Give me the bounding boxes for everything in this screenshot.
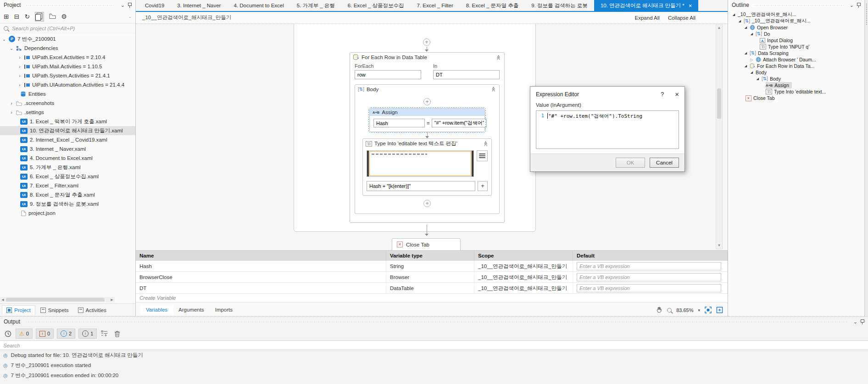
zoom-level[interactable]: 83.65% bbox=[676, 307, 693, 313]
add-activity-icon[interactable]: + bbox=[423, 200, 431, 207]
scroll-up-icon[interactable]: ▲ bbox=[716, 24, 722, 31]
toolbar-overflow-icon[interactable]: ⌄ bbox=[128, 14, 132, 19]
document-tab[interactable]: 7. Excel _ Filter bbox=[411, 0, 460, 11]
open-folder-icon[interactable] bbox=[49, 13, 56, 20]
menu-icon[interactable] bbox=[477, 150, 488, 161]
dependency-item[interactable]: › UiPath.Excel.Activities = 2.10.4 bbox=[0, 53, 135, 62]
add-activity-icon[interactable]: + bbox=[423, 38, 430, 46]
column-header-name[interactable]: Name bbox=[136, 251, 386, 261]
outline-item[interactable]: × Close Tab bbox=[746, 95, 778, 101]
collapse-icon[interactable]: ≫ bbox=[496, 55, 502, 60]
workflow-file-item[interactable]: Ui 9. 정보를 검색하는 로봇.xaml bbox=[0, 199, 135, 208]
canvas-vertical-scrollbar[interactable]: ▲ ▼ bbox=[716, 24, 723, 249]
scroll-down-icon[interactable]: ▼ bbox=[716, 242, 722, 249]
chevron-down-icon[interactable]: ▾ bbox=[698, 308, 700, 313]
foreach-row-activity[interactable]: For Each Row in Data Table ≫ ForEach In bbox=[350, 52, 505, 223]
column-header-type[interactable]: Variable type bbox=[386, 251, 474, 261]
assign-header[interactable]: A+B Assign bbox=[370, 109, 484, 116]
tab-activities[interactable]: Activities bbox=[74, 306, 111, 315]
dependency-item[interactable]: › UiPath.System.Activities = 21.4.1 bbox=[0, 71, 135, 80]
project-horizontal-scrollbar[interactable]: ◄ ► bbox=[0, 297, 115, 302]
assign-activity-selected[interactable]: A+B Assign = bbox=[369, 108, 485, 132]
tree-expanded-icon[interactable]: ◢ bbox=[744, 26, 748, 29]
chevron-down-icon[interactable]: ⌄ bbox=[9, 46, 14, 51]
entities-item[interactable]: Entities bbox=[0, 89, 135, 99]
tree-expanded-icon[interactable]: ◢ bbox=[756, 77, 760, 81]
type-into-activity[interactable]: TI Type Into 'editable text 텍스트 편집' ≫ bbox=[362, 138, 492, 196]
gear-icon[interactable]: ⚙ bbox=[61, 13, 67, 20]
pin-icon[interactable] bbox=[128, 2, 132, 8]
document-tab[interactable]: 4. Document to Excel bbox=[227, 0, 290, 11]
dependencies-item[interactable]: ⌄ Dependencies bbox=[0, 44, 135, 53]
chevron-right-icon[interactable]: › bbox=[17, 55, 22, 60]
tree-expanded-icon[interactable]: ◢ bbox=[750, 32, 754, 36]
variable-type-cell[interactable]: Browser bbox=[386, 272, 474, 283]
body-header[interactable]: ⇅ Body ≫ bbox=[355, 85, 499, 93]
refresh-icon[interactable]: ↻ bbox=[24, 13, 30, 20]
outline-item[interactable]: TI Type Into 'INPUT q' bbox=[760, 44, 812, 50]
chevron-right-icon[interactable]: › bbox=[17, 73, 22, 78]
scrollbar-thumb[interactable] bbox=[6, 298, 105, 302]
workflow-file-item[interactable]: Ui 6. Excel _ 상품정보수집.xaml bbox=[0, 172, 135, 181]
pin-icon[interactable] bbox=[857, 2, 861, 8]
variable-scope-cell[interactable]: _10__연관검색어로_해시태크_만들기 bbox=[474, 272, 573, 283]
clear-output-icon[interactable] bbox=[112, 329, 122, 338]
outline-item[interactable]: ◢ ⇅ Body bbox=[756, 76, 784, 82]
pin-icon[interactable] bbox=[860, 319, 864, 324]
ok-button[interactable]: OK bbox=[616, 158, 645, 168]
output-message[interactable]: ◎ 7 변수_2100901 execution ended in: 00:00… bbox=[0, 370, 868, 380]
tree-expanded-icon[interactable]: ◢ bbox=[738, 19, 742, 23]
pan-hand-icon[interactable] bbox=[656, 307, 662, 313]
outline-item-selected[interactable]: A+B Assign bbox=[766, 82, 792, 88]
folder-item[interactable]: › .screenshots bbox=[0, 99, 135, 108]
expression-editor-textbox[interactable]: 1 "#" +row.item("검색어").ToString bbox=[536, 110, 679, 149]
project-search-input[interactable] bbox=[11, 25, 132, 32]
warnings-filter-button[interactable]: ⚠ 0 bbox=[16, 329, 33, 339]
foreach-header[interactable]: For Each Row in Data Table ≫ bbox=[350, 53, 504, 62]
errors-filter-button[interactable]: ! 0 bbox=[36, 329, 54, 339]
workflow-canvas[interactable]: + For Each Row in Data Table ≫ ForEach I… bbox=[136, 24, 728, 250]
variable-scope-cell[interactable]: _10__연관검색어로_해시태크_만들기 bbox=[474, 283, 573, 294]
scroll-right-icon[interactable]: ► bbox=[109, 297, 115, 302]
variable-type-cell[interactable]: DataTable bbox=[386, 283, 474, 294]
tab-arguments[interactable]: Arguments bbox=[173, 305, 210, 315]
outline-item[interactable]: ◢ For Each Row in Data Ta... bbox=[744, 63, 817, 69]
scrollbar-thumb[interactable] bbox=[717, 88, 721, 119]
project-root-item[interactable]: ⌄ P 7 변수_2100901 bbox=[0, 34, 135, 44]
chevron-down-icon[interactable]: ⌄ bbox=[2, 37, 6, 42]
zoom-100-icon[interactable] bbox=[716, 307, 723, 313]
foreach-variable-input[interactable] bbox=[355, 70, 421, 79]
expand-all-icon[interactable]: ⊞ bbox=[4, 13, 9, 20]
fit-to-screen-icon[interactable] bbox=[705, 307, 712, 313]
workflow-file-item[interactable]: Ui 7. Excel _ Filter.xaml bbox=[0, 181, 135, 190]
help-icon[interactable]: ? bbox=[661, 91, 664, 98]
chevron-right-icon[interactable]: › bbox=[17, 64, 22, 69]
expand-all-link[interactable]: Expand All bbox=[635, 15, 660, 21]
dependency-item[interactable]: › UiPath.Mail.Activities = 1.10.5 bbox=[0, 62, 135, 71]
breadcrumb[interactable]: _10__연관검색어로_해시태크_만들기 bbox=[142, 14, 231, 21]
body-sequence[interactable]: ⇅ Body ≫ + A+B Assign bbox=[355, 84, 500, 214]
chevron-right-icon[interactable]: › bbox=[9, 110, 14, 115]
tree-expanded-icon[interactable]: ◢ bbox=[750, 71, 754, 74]
variable-name-cell[interactable]: BrowserClose bbox=[136, 272, 386, 283]
workflow-file-item[interactable]: Ui 2. Internet_Excel _ Covid19.xaml bbox=[0, 135, 135, 144]
target-screenshot[interactable] bbox=[367, 150, 474, 177]
tree-expanded-icon[interactable]: ◢ bbox=[744, 64, 748, 68]
log-options-icon[interactable] bbox=[100, 329, 109, 338]
document-tab-active[interactable]: 10. 연관검색어로 해시태크 만들기 * × bbox=[594, 0, 698, 11]
close-icon[interactable]: × bbox=[675, 91, 679, 98]
outline-item[interactable]: ◢ ⇅ _10__연관검색어로_해시... bbox=[738, 18, 813, 24]
tab-snippets[interactable]: Snippets bbox=[36, 306, 73, 315]
dialog-titlebar[interactable]: Expression Editor ? × bbox=[530, 87, 684, 100]
tab-project[interactable]: Project bbox=[2, 305, 35, 315]
show-all-files-button[interactable] bbox=[35, 12, 44, 22]
chevron-down-icon[interactable]: ⌄ bbox=[850, 3, 854, 7]
in-collection-input[interactable] bbox=[433, 70, 500, 79]
variable-default-input[interactable] bbox=[577, 273, 721, 281]
add-activity-icon[interactable]: + bbox=[423, 98, 431, 105]
tab-imports[interactable]: Imports bbox=[210, 305, 238, 315]
output-message[interactable]: ◎ Debug started for file: 10. 연관검색어로 해시태… bbox=[0, 350, 868, 360]
tab-variables[interactable]: Variables bbox=[140, 305, 173, 315]
collapse-icon[interactable]: ≫ bbox=[491, 87, 497, 92]
dependency-item[interactable]: › UiPath.UIAutomation.Activities = 21.4.… bbox=[0, 80, 135, 89]
